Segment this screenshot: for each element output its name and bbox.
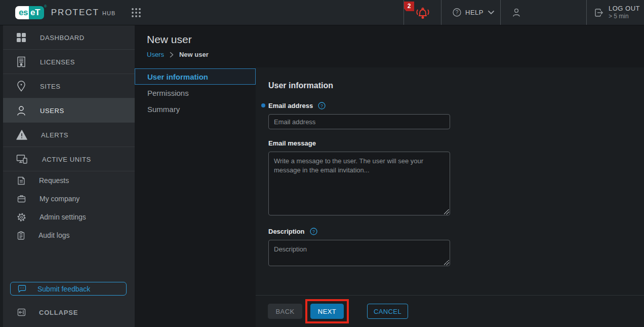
- sidebar-item-licenses[interactable]: LICENSES: [3, 50, 135, 74]
- top-bar: eseT ® PROTECT HUB 2: [0, 0, 644, 25]
- app-window: eseT ® PROTECT HUB 2: [0, 0, 644, 327]
- request-document-icon: [17, 176, 25, 185]
- logout-sublabel: > 5 min: [609, 13, 640, 20]
- sidebar-item-label: ACTIVE UNITS: [42, 155, 91, 163]
- briefcase-icon: [17, 195, 26, 203]
- back-button[interactable]: BACK: [268, 304, 302, 319]
- account-menu[interactable]: [500, 0, 586, 25]
- sidebar-item-label: Audit logs: [38, 231, 69, 239]
- sidebar-item-label: USERS: [40, 106, 64, 115]
- email-message-label: Email message: [268, 139, 316, 147]
- cancel-button[interactable]: CANCEL: [367, 304, 408, 319]
- sidebar-item-admin-settings[interactable]: Admin settings: [3, 208, 135, 226]
- map-pin-icon: [16, 81, 26, 92]
- question-circle-icon[interactable]: ?: [310, 228, 317, 235]
- sidebar-item-sites[interactable]: SITES: [3, 74, 135, 98]
- svg-text:?: ?: [320, 103, 323, 108]
- breadcrumb-current: New user: [179, 51, 209, 58]
- eset-logo: eseT ®: [15, 6, 44, 19]
- logout-label: LOG OUT: [609, 5, 640, 13]
- step-permissions[interactable]: Permissions: [135, 85, 256, 101]
- sidebar-item-audit-logs[interactable]: Audit logs: [3, 226, 135, 244]
- sidebar-item-label: ALERTS: [41, 131, 68, 139]
- sidebar-item-label: My company: [39, 195, 79, 203]
- sidebar-item-label: SITES: [40, 82, 61, 90]
- notifications-button[interactable]: 2: [404, 0, 441, 25]
- warning-triangle-icon: [16, 130, 27, 140]
- sidebar-item-users[interactable]: USERS: [3, 98, 135, 123]
- form-panel: User information Email address ? Email m…: [256, 67, 644, 295]
- eset-logo-left: es: [15, 6, 29, 19]
- help-menu[interactable]: ? HELP: [441, 0, 500, 25]
- step-user-information[interactable]: User information: [135, 68, 256, 85]
- sidebar-item-my-company[interactable]: My company: [3, 190, 135, 208]
- chevron-right-icon: [169, 52, 174, 58]
- sidebar-item-label: DASHBOARD: [40, 33, 85, 42]
- wizard-footer: BACK NEXT CANCEL: [256, 295, 644, 327]
- question-circle-icon[interactable]: ?: [318, 102, 326, 110]
- next-button[interactable]: NEXT: [310, 304, 344, 319]
- page-header: New user Users New user: [135, 25, 644, 67]
- license-certificate-icon: [16, 56, 26, 67]
- page-title: New user: [147, 33, 644, 46]
- alarm-bell-icon: [414, 5, 431, 20]
- product-name: PROTECT: [51, 8, 99, 18]
- submit-feedback-label: Submit feedback: [37, 285, 90, 293]
- person-icon: [512, 8, 521, 17]
- breadcrumb-link-users[interactable]: Users: [147, 51, 164, 58]
- description-label-row: Description ?: [268, 228, 644, 235]
- apps-grid-icon[interactable]: [131, 7, 142, 18]
- form-heading: User information: [268, 81, 644, 90]
- dashboard-grid-icon: [16, 32, 26, 43]
- required-dot-icon: [261, 103, 265, 107]
- collapse-label: COLLAPSE: [39, 309, 78, 316]
- logout-icon: [594, 8, 604, 18]
- product-suffix: HUB: [102, 9, 115, 16]
- sidebar: DASHBOARD LICENSES: [0, 25, 135, 327]
- collapse-icon: [17, 308, 26, 316]
- gear-icon: [17, 213, 26, 222]
- description-label: Description: [268, 228, 305, 235]
- main-content: New user Users New user User information…: [135, 25, 644, 327]
- svg-text:?: ?: [312, 229, 315, 234]
- sidebar-item-requests[interactable]: Requests: [3, 171, 135, 190]
- help-label: HELP: [465, 9, 484, 16]
- logout-labels: LOG OUT > 5 min: [609, 5, 640, 20]
- wizard-steps: User information Permissions Summary: [135, 67, 256, 327]
- email-message-textarea[interactable]: [268, 152, 450, 215]
- sidebar-item-label: Requests: [39, 176, 69, 185]
- submit-feedback-button[interactable]: Submit feedback: [10, 282, 127, 296]
- question-circle-icon: ?: [453, 8, 461, 17]
- chevron-down-icon: [488, 10, 495, 15]
- sidebar-item-alerts[interactable]: ALERTS: [3, 123, 135, 147]
- sidebar-item-label: Admin settings: [39, 213, 86, 221]
- person-icon: [16, 105, 26, 116]
- step-summary[interactable]: Summary: [135, 101, 256, 117]
- notification-badge: 2: [404, 2, 414, 11]
- sidebar-item-dashboard[interactable]: DASHBOARD: [3, 25, 135, 50]
- email-label: Email address: [268, 102, 313, 110]
- email-address-input[interactable]: [268, 114, 450, 129]
- sidebar-item-active-units[interactable]: ACTIVE UNITS: [3, 147, 135, 171]
- description-textarea[interactable]: [268, 240, 450, 266]
- annotation-highlight-box: NEXT: [305, 299, 349, 323]
- breadcrumb: Users New user: [147, 51, 644, 58]
- devices-icon: [16, 154, 28, 164]
- svg-text:?: ?: [456, 10, 459, 15]
- registered-mark: ®: [44, 4, 47, 9]
- eset-logo-right: eT: [29, 6, 44, 19]
- sidebar-item-label: LICENSES: [40, 58, 75, 66]
- topbar-spacer: [142, 0, 404, 25]
- brand: eseT ® PROTECT HUB: [0, 0, 142, 25]
- clipboard-icon: [17, 231, 25, 240]
- chat-bubble-icon: [18, 285, 26, 293]
- message-label-row: Email message: [268, 139, 644, 147]
- sidebar-spacer: [3, 244, 135, 282]
- email-label-row: Email address ?: [268, 102, 644, 110]
- logout-button[interactable]: LOG OUT > 5 min: [586, 0, 644, 25]
- collapse-button[interactable]: COLLAPSE: [3, 298, 135, 327]
